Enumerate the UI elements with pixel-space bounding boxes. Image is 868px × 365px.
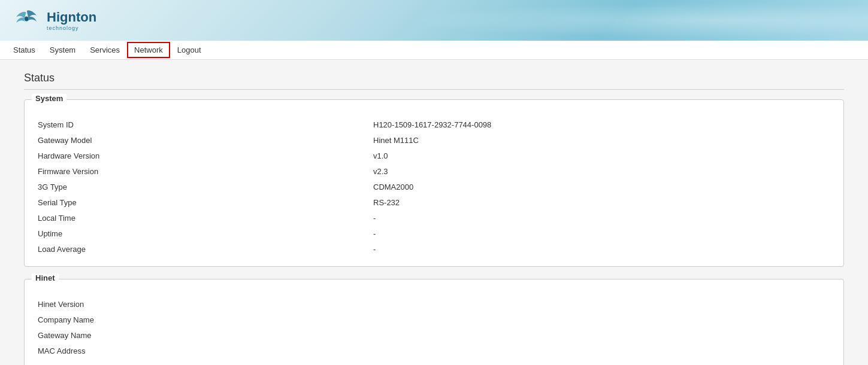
system-section: System System ID H120-1509-1617-2932-774… (24, 99, 844, 267)
table-row: Load Average - (34, 241, 834, 257)
label-load-average: Load Average (38, 245, 373, 254)
table-row: Company Name (34, 312, 834, 327)
hinet-section-title: Hinet (32, 273, 59, 282)
system-section-content: System ID H120-1509-1617-2932-7744-0098 … (25, 105, 843, 266)
value-serial-type: RS-232 (373, 198, 400, 207)
value-system-id: H120-1509-1617-2932-7744-0098 (373, 120, 491, 129)
label-3g-type: 3G Type (38, 182, 373, 191)
logo-text: Hignton (47, 10, 96, 25)
table-row: Gateway Name (34, 327, 834, 343)
logo-bird-icon (12, 8, 42, 32)
label-firmware-version: Firmware Version (38, 167, 373, 176)
system-section-title: System (32, 94, 66, 103)
value-uptime: - (373, 229, 376, 238)
hinet-section: Hinet Hinet Version Company Name Gateway… (24, 279, 844, 365)
label-hardware-version: Hardware Version (38, 151, 373, 160)
label-uptime: Uptime (38, 229, 373, 238)
value-load-average: - (373, 245, 376, 254)
main-content: Status System System ID H120-1509-1617-2… (0, 60, 868, 365)
table-row: Firmware Version v2.3 (34, 163, 834, 179)
nav-system[interactable]: System (43, 42, 83, 58)
label-local-time: Local Time (38, 214, 373, 223)
table-row: System ID H120-1509-1617-2932-7744-0098 (34, 117, 834, 132)
nav-status[interactable]: Status (6, 42, 43, 58)
table-row: Local Time - (34, 210, 834, 226)
label-gateway-name: Gateway Name (38, 331, 373, 340)
navigation: Status System Services Network Logout (0, 41, 868, 60)
table-row: Uptime - (34, 226, 834, 241)
label-serial-type: Serial Type (38, 198, 373, 207)
page-title: Status (24, 72, 844, 90)
nav-network[interactable]: Network (127, 42, 170, 58)
nav-logout[interactable]: Logout (170, 42, 208, 58)
table-row: MAC Address (34, 343, 834, 358)
table-row: Hinet Version (34, 296, 834, 312)
nav-services[interactable]: Services (83, 42, 127, 58)
value-firmware-version: v2.3 (373, 167, 388, 176)
table-row: Hardware Version v1.0 (34, 148, 834, 163)
table-row: Serial Type RS-232 (34, 194, 834, 210)
header: Hignton technology (0, 0, 868, 41)
label-mac-address: MAC Address (38, 346, 373, 355)
table-row: 3G Type CDMA2000 (34, 179, 834, 194)
svg-point-0 (25, 17, 28, 22)
value-3g-type: CDMA2000 (373, 182, 413, 191)
value-gateway-model: Hinet M111C (373, 136, 419, 145)
hinet-section-content: Hinet Version Company Name Gateway Name … (25, 284, 843, 365)
value-local-time: - (373, 214, 376, 223)
label-company-name: Company Name (38, 315, 373, 324)
table-row: Gateway Model Hinet M111C (34, 132, 834, 148)
logo-area: Hignton technology (12, 8, 96, 32)
label-hinet-version: Hinet Version (38, 300, 373, 309)
label-system-id: System ID (38, 120, 373, 129)
logo-subtitle: technology (47, 25, 96, 31)
value-hardware-version: v1.0 (373, 151, 388, 160)
label-gateway-model: Gateway Model (38, 136, 373, 145)
